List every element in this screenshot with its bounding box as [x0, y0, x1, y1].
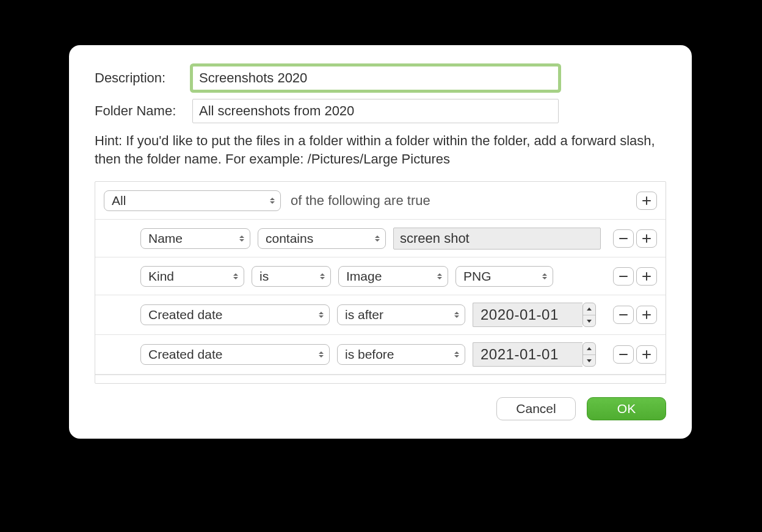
rule-row: Kind is Image PNG — [95, 257, 666, 295]
operator-value: contains — [266, 231, 313, 246]
cancel-button-label: Cancel — [516, 401, 556, 416]
match-mode-value: All — [112, 193, 126, 208]
operator-popup[interactable]: contains — [258, 228, 386, 249]
add-rule-button[interactable] — [636, 192, 657, 210]
updown-caret-icon — [239, 234, 245, 243]
date-field — [473, 342, 596, 367]
attribute-value: Created date — [148, 307, 222, 322]
updown-caret-icon — [437, 272, 443, 281]
date-stepper[interactable] — [582, 303, 596, 327]
updown-caret-icon — [233, 272, 239, 281]
updown-caret-icon — [318, 350, 324, 359]
updown-caret-icon — [269, 196, 275, 205]
operator-value: is — [259, 269, 269, 284]
stepper-up-icon[interactable] — [583, 303, 595, 315]
attribute-value: Created date — [148, 347, 222, 362]
remove-rule-button[interactable] — [613, 267, 634, 286]
folder-name-input[interactable] — [192, 99, 559, 123]
rule-value-input[interactable] — [393, 228, 601, 250]
rule-row: Name contains — [95, 220, 666, 257]
description-label: Description: — [95, 70, 192, 86]
folder-name-label: Folder Name: — [95, 103, 192, 119]
ok-button-label: OK — [617, 401, 636, 416]
ok-button[interactable]: OK — [587, 397, 666, 420]
rules-dialog: Description: Folder Name: Hint: If you'd… — [69, 45, 692, 439]
rule-row: Created date is after — [95, 295, 666, 335]
kind-popup[interactable]: Image — [338, 266, 448, 287]
remove-rule-button[interactable] — [613, 345, 634, 364]
operator-value: is after — [345, 307, 383, 322]
date-stepper[interactable] — [582, 342, 596, 367]
rules-panel: All of the following are true Name conta… — [95, 181, 666, 384]
rules-panel-footer — [95, 375, 666, 383]
operator-popup[interactable]: is after — [337, 304, 465, 325]
kind-value: Image — [346, 269, 382, 284]
subkind-value: PNG — [463, 269, 492, 284]
add-rule-button[interactable] — [636, 306, 657, 324]
updown-caret-icon — [319, 272, 325, 281]
folder-name-row: Folder Name: — [95, 99, 666, 123]
cancel-button[interactable]: Cancel — [496, 397, 576, 420]
match-suffix-text: of the following are true — [291, 193, 430, 209]
updown-caret-icon — [318, 311, 324, 319]
hint-text: Hint: If you'd like to put the files in … — [95, 132, 666, 168]
attribute-popup[interactable]: Created date — [140, 344, 330, 365]
attribute-value: Name — [148, 231, 183, 246]
rule-row: Created date is before — [95, 335, 666, 375]
rules-match-row: All of the following are true — [95, 182, 666, 220]
date-input[interactable] — [473, 303, 582, 327]
operator-popup[interactable]: is before — [337, 344, 465, 365]
attribute-value: Kind — [148, 269, 174, 284]
remove-rule-button[interactable] — [613, 229, 634, 248]
updown-caret-icon — [454, 311, 460, 319]
stepper-down-icon[interactable] — [583, 355, 595, 367]
add-rule-button[interactable] — [636, 267, 657, 286]
dialog-button-bar: Cancel OK — [95, 397, 666, 420]
stepper-up-icon[interactable] — [583, 343, 595, 355]
description-input[interactable] — [192, 66, 559, 90]
stepper-down-icon[interactable] — [583, 315, 595, 327]
attribute-popup[interactable]: Created date — [140, 304, 330, 325]
add-rule-button[interactable] — [636, 229, 657, 248]
remove-rule-button[interactable] — [613, 306, 634, 324]
attribute-popup[interactable]: Kind — [140, 266, 244, 287]
operator-value: is before — [345, 347, 394, 362]
updown-caret-icon — [374, 234, 380, 243]
subkind-popup[interactable]: PNG — [455, 266, 553, 287]
add-rule-button[interactable] — [636, 345, 657, 364]
date-input[interactable] — [473, 342, 582, 367]
operator-popup[interactable]: is — [252, 266, 331, 287]
description-row: Description: — [95, 66, 666, 90]
updown-caret-icon — [454, 350, 460, 359]
updown-caret-icon — [542, 272, 548, 281]
attribute-popup[interactable]: Name — [140, 228, 250, 249]
date-field — [473, 303, 596, 327]
match-mode-popup[interactable]: All — [104, 190, 281, 211]
